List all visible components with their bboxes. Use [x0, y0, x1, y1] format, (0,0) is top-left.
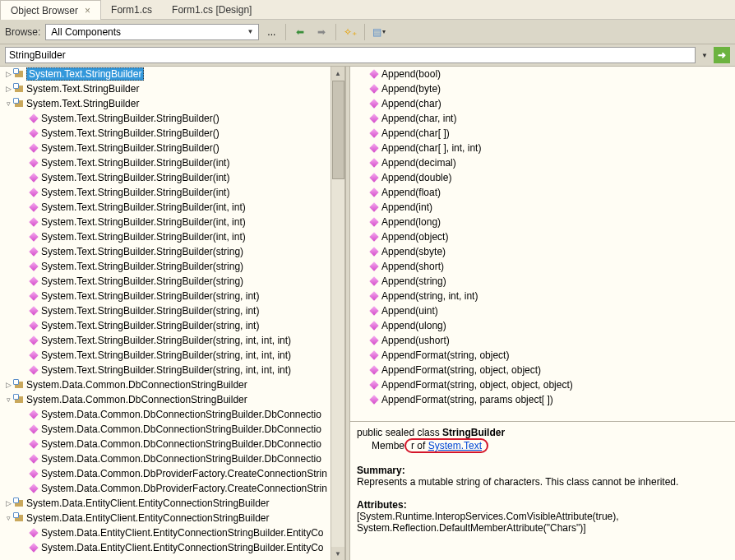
namespace-link[interactable]: System.Text — [428, 440, 482, 451]
member-row[interactable]: AppendFormat(string, params object[ ]) — [350, 392, 735, 407]
method-icon — [368, 127, 380, 139]
member-row[interactable]: Append(bool) — [350, 67, 735, 81]
tree-method-node[interactable]: System.Text.StringBuilder.StringBuilder(… — [0, 170, 344, 185]
tree-method-node[interactable]: System.Data.Common.DbProviderFactory.Cre… — [0, 481, 344, 496]
scrollbar-vertical[interactable]: ▲ ▼ — [331, 67, 344, 560]
tab-form1-cs[interactable]: Form1.cs — [101, 0, 162, 19]
tree-class-node[interactable]: ▷System.Data.EntityClient.EntityConnecti… — [0, 496, 344, 511]
tree-method-node[interactable]: System.Data.Common.DbConnectionStringBui… — [0, 451, 344, 466]
tree-method-node[interactable]: System.Text.StringBuilder.StringBuilder(… — [0, 141, 344, 155]
method-icon — [28, 527, 39, 539]
member-row[interactable]: Append(short) — [350, 259, 735, 274]
member-row[interactable]: Append(float) — [350, 185, 735, 200]
expander-icon[interactable]: ▿ — [3, 396, 13, 404]
member-label: Append(decimal) — [381, 157, 456, 169]
member-row[interactable]: Append(byte) — [350, 81, 735, 96]
member-row[interactable]: Append(char[ ]) — [350, 126, 735, 141]
tree-class-node[interactable]: ▿System.Data.Common.DbConnectionStringBu… — [0, 392, 344, 407]
method-icon — [368, 379, 380, 391]
scroll-thumb[interactable] — [332, 81, 344, 179]
tree-method-node[interactable]: System.Text.StringBuilder.StringBuilder(… — [0, 126, 344, 141]
method-icon — [28, 201, 39, 213]
member-row[interactable]: Append(ushort) — [350, 333, 735, 348]
member-row[interactable]: Append(double) — [350, 170, 735, 185]
tree-method-node[interactable]: System.Text.StringBuilder.StringBuilder(… — [0, 333, 344, 348]
tree-method-node[interactable]: System.Text.StringBuilder.StringBuilder(… — [0, 111, 344, 126]
tree-method-node[interactable]: System.Data.Common.DbConnectionStringBui… — [0, 422, 344, 437]
tree-method-node[interactable]: System.Text.StringBuilder.StringBuilder(… — [0, 229, 344, 244]
tree-class-node[interactable]: ▿System.Data.EntityClient.EntityConnecti… — [0, 511, 344, 525]
tree-class-node[interactable]: ▷System.Text.StringBuilder — [0, 81, 344, 96]
browse-custom-button[interactable]: ... — [262, 23, 280, 41]
member-label: Append(uint) — [381, 305, 438, 317]
tree-method-node[interactable]: System.Text.StringBuilder.StringBuilder(… — [0, 244, 344, 259]
tab-object-browser[interactable]: Object Browser × — [0, 0, 101, 20]
search-input[interactable] — [5, 47, 696, 63]
tree-class-node[interactable]: ▷System.Data.Common.DbConnectionStringBu… — [0, 377, 344, 392]
add-reference-button[interactable]: ✧₊ — [341, 23, 359, 41]
member-row[interactable]: AppendFormat(string, object, object) — [350, 363, 735, 377]
member-row[interactable]: Append(char) — [350, 96, 735, 111]
member-row[interactable]: Append(int) — [350, 200, 735, 215]
tree-method-node[interactable]: System.Text.StringBuilder.StringBuilder(… — [0, 259, 344, 274]
member-label: Append(long) — [381, 216, 441, 228]
member-row[interactable]: Append(sbyte) — [350, 244, 735, 259]
back-button[interactable]: ⬅ — [291, 23, 309, 41]
expander-icon[interactable]: ▷ — [3, 85, 13, 93]
expander-icon[interactable]: ▷ — [3, 381, 13, 389]
separator — [335, 24, 336, 40]
arrow-right-icon: ➜ — [718, 49, 726, 61]
member-row[interactable]: AppendFormat(string, object, object, obj… — [350, 377, 735, 392]
class-icon — [13, 379, 25, 391]
tree-method-node[interactable]: System.Text.StringBuilder.StringBuilder(… — [0, 348, 344, 363]
close-icon[interactable]: × — [85, 5, 90, 16]
tab-form1-design[interactable]: Form1.cs [Design] — [162, 0, 261, 19]
tree-class-node[interactable]: ▿System.Text.StringBuilder — [0, 96, 344, 111]
add-reference-icon: ✧₊ — [344, 26, 357, 38]
tree-label: System.Data.Common.DbConnectionStringBui… — [41, 409, 321, 420]
tree-method-node[interactable]: System.Data.Common.DbConnectionStringBui… — [0, 437, 344, 451]
tree-method-node[interactable]: System.Text.StringBuilder.StringBuilder(… — [0, 318, 344, 333]
scroll-up-button[interactable]: ▲ — [331, 67, 344, 81]
member-row[interactable]: Append(object) — [350, 229, 735, 244]
search-go-button[interactable]: ➜ — [714, 47, 730, 63]
browse-scope-dropdown[interactable]: All Components ▼ — [45, 24, 259, 40]
expander-icon[interactable]: ▷ — [3, 70, 13, 78]
tree-label: System.Text.StringBuilder — [26, 83, 139, 95]
member-row[interactable]: Append(decimal) — [350, 155, 735, 170]
tree-method-node[interactable]: System.Text.StringBuilder.StringBuilder(… — [0, 289, 344, 303]
member-row[interactable]: Append(char, int) — [350, 111, 735, 126]
search-history-dropdown[interactable]: ▼ — [699, 52, 710, 59]
method-icon — [28, 305, 39, 317]
tree-method-node[interactable]: System.Text.StringBuilder.StringBuilder(… — [0, 200, 344, 215]
member-row[interactable]: Append(string) — [350, 274, 735, 289]
member-row[interactable]: Append(string, int, int) — [350, 289, 735, 303]
member-row[interactable]: AppendFormat(string, object) — [350, 348, 735, 363]
scroll-down-button[interactable]: ▼ — [331, 547, 344, 560]
member-row[interactable]: Append(char[ ], int, int) — [350, 141, 735, 155]
tree-method-node[interactable]: System.Data.Common.DbProviderFactory.Cre… — [0, 466, 344, 481]
member-row[interactable]: Append(ulong) — [350, 318, 735, 333]
expander-icon[interactable]: ▿ — [3, 514, 13, 522]
tree-method-node[interactable]: System.Data.Common.DbConnectionStringBui… — [0, 407, 344, 422]
tree-method-node[interactable]: System.Data.EntityClient.EntityConnectio… — [0, 525, 344, 540]
expander-icon[interactable]: ▷ — [3, 499, 13, 507]
member-label: Append(short) — [381, 261, 444, 272]
member-row[interactable]: Append(uint) — [350, 303, 735, 318]
settings-button[interactable]: ▤▾ — [370, 23, 388, 41]
method-icon — [28, 483, 39, 494]
tree-method-node[interactable]: System.Text.StringBuilder.StringBuilder(… — [0, 155, 344, 170]
tree-method-node[interactable]: System.Data.EntityClient.EntityConnectio… — [0, 540, 344, 555]
member-row[interactable]: Append(long) — [350, 215, 735, 229]
method-icon — [28, 542, 39, 553]
tree-method-node[interactable]: System.Text.StringBuilder.StringBuilder(… — [0, 274, 344, 289]
tree-class-node[interactable]: ▷System.Text.StringBuilder — [0, 67, 344, 81]
tree-method-node[interactable]: System.Text.StringBuilder.StringBuilder(… — [0, 185, 344, 200]
expander-icon[interactable]: ▿ — [3, 100, 13, 108]
class-icon — [13, 394, 25, 405]
tree-method-node[interactable]: System.Text.StringBuilder.StringBuilder(… — [0, 215, 344, 229]
tree-method-node[interactable]: System.Text.StringBuilder.StringBuilder(… — [0, 363, 344, 377]
forward-button[interactable]: ➡ — [312, 23, 331, 41]
tree-method-node[interactable]: System.Text.StringBuilder.StringBuilder(… — [0, 303, 344, 318]
member-label: AppendFormat(string, object, object) — [381, 364, 541, 376]
